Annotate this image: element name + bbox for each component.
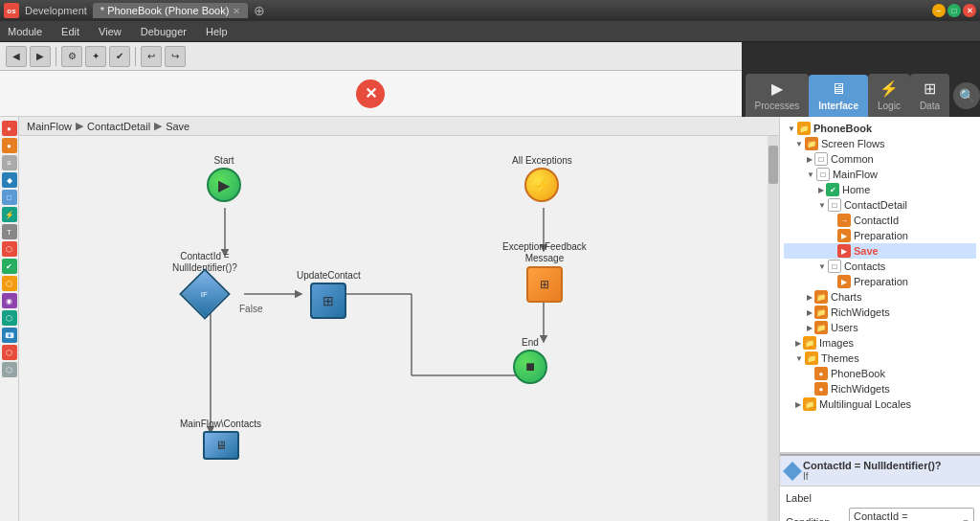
- check-button[interactable]: ✔: [109, 46, 130, 67]
- left-sidebar: ● ● ≡ ◆ □ ⚡ T ⬡ ✔ ⬡ ◉ ⬡ 📧 ⬡ ⬡ ∧: [0, 117, 19, 521]
- tree-arrow-charts[interactable]: ▶: [807, 293, 813, 302]
- sidebar-icon-9[interactable]: ✔: [2, 259, 17, 274]
- tree-arrow-images[interactable]: ▶: [795, 339, 801, 348]
- tree-arrow-phonebook[interactable]: ▼: [788, 125, 795, 133]
- node-updatecontact[interactable]: UpdateContact ⊞: [297, 270, 361, 319]
- tree-item-richwidgets[interactable]: ▶ 📁 RichWidgets: [784, 305, 976, 320]
- sidebar-icon-5[interactable]: □: [2, 190, 17, 205]
- node-condition-icon: IF: [179, 268, 231, 320]
- tree-item-richwidgets-theme[interactable]: ▶ ● RichWidgets: [784, 381, 976, 396]
- tree-item-preparation[interactable]: ▶ ▶ Preparation: [784, 228, 976, 243]
- tab-close-button[interactable]: ✕: [233, 6, 240, 16]
- tree-arrow-users[interactable]: ▶: [807, 324, 813, 332]
- tree-icon-contacts-prep: ▶: [837, 275, 851, 288]
- tab-data[interactable]: ⊞ Data: [910, 74, 949, 117]
- sidebar-icon-3[interactable]: ≡: [2, 155, 17, 170]
- redo-button[interactable]: ↪: [165, 46, 186, 67]
- menu-edit[interactable]: Edit: [57, 24, 83, 39]
- tree-item-themes[interactable]: ▼ 📁 Themes: [784, 351, 976, 366]
- error-dismiss-button[interactable]: ✕: [356, 79, 385, 108]
- canvas-connections: [19, 136, 779, 521]
- tree-item-contactdetail[interactable]: ▼ □ ContactDetail: [784, 197, 976, 213]
- condition-value-input[interactable]: ContactId = NullIdentifier() ▼: [849, 508, 974, 521]
- main-tab[interactable]: * PhoneBook (Phone Book) ✕: [93, 3, 249, 18]
- tree-item-images[interactable]: ▶ 📁 Images: [784, 335, 976, 351]
- sidebar-icon-2[interactable]: ●: [2, 138, 17, 153]
- forward-button[interactable]: ▶: [30, 46, 51, 67]
- node-condition[interactable]: ContactId =NullIdentifier()? IF False: [172, 251, 237, 312]
- tree-arrow-home[interactable]: ▶: [818, 186, 824, 194]
- tree-icon-charts: 📁: [814, 290, 828, 304]
- sidebar-icon-6[interactable]: ⚡: [2, 207, 17, 222]
- menu-module[interactable]: Module: [4, 24, 46, 39]
- sidebar-icon-11[interactable]: ◉: [2, 293, 17, 308]
- menu-view[interactable]: View: [95, 24, 125, 39]
- node-end[interactable]: End ■: [513, 337, 547, 384]
- tree-arrow-richwidgets[interactable]: ▶: [807, 308, 813, 317]
- tree-arrow-common[interactable]: ▶: [807, 155, 813, 164]
- maximize-button[interactable]: □: [947, 4, 961, 17]
- tree-arrow-contacts[interactable]: ▼: [818, 262, 826, 271]
- search-button[interactable]: 🔍: [953, 82, 980, 109]
- tree-icon-preparation: ▶: [837, 229, 851, 242]
- tree-item-phonebook[interactable]: ▼ 📁 PhoneBook: [784, 121, 976, 136]
- sidebar-icon-13[interactable]: 📧: [2, 328, 17, 343]
- tree-item-users[interactable]: ▶ 📁 Users: [784, 320, 976, 335]
- condition-dropdown-icon[interactable]: ▼: [962, 518, 969, 522]
- node-mainflow-contacts[interactable]: MainFlow\Contacts 🖥: [180, 419, 261, 460]
- tree-arrow-contactdetail[interactable]: ▼: [818, 201, 826, 210]
- tree-item-home[interactable]: ▶ ✔ Home: [784, 182, 976, 197]
- node-allexceptions[interactable]: All Exceptions ⚡: [512, 155, 572, 202]
- tab-interface[interactable]: 🖥 Interface: [809, 75, 868, 117]
- flow-canvas[interactable]: Start ▶ ContactId =NullIdentifier()? IF …: [19, 136, 779, 521]
- tree-item-save[interactable]: ▶ ▶ Save: [784, 243, 976, 259]
- tree-label-preparation: Preparation: [854, 230, 908, 241]
- menu-debugger[interactable]: Debugger: [137, 24, 190, 39]
- sidebar-icon-1[interactable]: ●: [2, 121, 17, 136]
- tree-item-phonebook-theme[interactable]: ▶ ● PhoneBook: [784, 366, 976, 381]
- tree-arrow-multilingual[interactable]: ▶: [795, 400, 801, 409]
- minimize-button[interactable]: −: [932, 4, 946, 17]
- sidebar-icon-14[interactable]: ⬡: [2, 345, 17, 360]
- condition-label-row: Label: [786, 492, 974, 504]
- node-start[interactable]: Start ▶: [207, 155, 241, 202]
- tree-label-contacts-prep: Preparation: [854, 276, 908, 287]
- tree-item-contacts-preparation[interactable]: ▶ ▶ Preparation: [784, 274, 976, 289]
- menu-help[interactable]: Help: [202, 24, 232, 39]
- tree-panel: ▼ 📁 PhoneBook ▼ 📁 Screen Flows ▶ □ Commo: [780, 117, 980, 454]
- tree-item-charts[interactable]: ▶ 📁 Charts: [784, 289, 976, 305]
- sidebar-icon-10[interactable]: ⬡: [2, 276, 17, 291]
- condition-subtitle: If: [803, 471, 942, 482]
- sidebar-icon-12[interactable]: ⬡: [2, 310, 17, 326]
- close-button[interactable]: ✕: [963, 4, 976, 17]
- canvas-scrollbar-v[interactable]: [768, 136, 779, 521]
- tool-tabs: ▶ Processes 🖥 Interface ⚡ Logic ⊞ Data 🔍: [742, 42, 980, 117]
- tree-arrow-themes[interactable]: ▼: [795, 354, 803, 363]
- settings-button[interactable]: ⚙: [61, 46, 82, 67]
- tab-logic[interactable]: ⚡ Logic: [868, 74, 910, 117]
- tree-item-contacts[interactable]: ▼ □ Contacts: [784, 259, 976, 274]
- sidebar-icon-8[interactable]: ⬡: [2, 241, 17, 257]
- tree-item-contactid[interactable]: ▶ → ContactId: [784, 213, 976, 228]
- back-button[interactable]: ◀: [6, 46, 27, 67]
- node-exception-msg[interactable]: ExceptionFeedbackMessage ⊞: [502, 241, 587, 303]
- label-field-label: Label: [786, 492, 843, 504]
- false-label: False: [239, 304, 262, 314]
- tab-processes[interactable]: ▶ Processes: [746, 74, 810, 117]
- tree-arrow-screenflows[interactable]: ▼: [795, 140, 803, 148]
- condition-diamond-icon: [783, 462, 802, 481]
- tree-label-save: Save: [854, 245, 879, 257]
- sidebar-icon-7[interactable]: T: [2, 224, 17, 239]
- tree-item-common[interactable]: ▶ □ Common: [784, 151, 976, 167]
- tree-icon-richwidgets: 📁: [814, 306, 828, 319]
- tree-item-mainflow[interactable]: ▼ □ MainFlow: [784, 167, 976, 182]
- sidebar-icon-4[interactable]: ◆: [2, 172, 17, 188]
- tree-item-screenflows[interactable]: ▼ 📁 Screen Flows: [784, 136, 976, 151]
- sidebar-icon-15[interactable]: ⬡: [2, 362, 17, 377]
- publish-button[interactable]: ✦: [85, 46, 106, 67]
- tree-item-multilingual[interactable]: ▶ 📁 Multilingual Locales: [784, 396, 976, 412]
- tree-arrow-mainflow[interactable]: ▼: [807, 170, 814, 179]
- undo-button[interactable]: ↩: [141, 46, 162, 67]
- new-tab-button[interactable]: ⊕: [254, 3, 265, 18]
- condition-value-text: ContactId = NullIdentifier(): [854, 510, 962, 521]
